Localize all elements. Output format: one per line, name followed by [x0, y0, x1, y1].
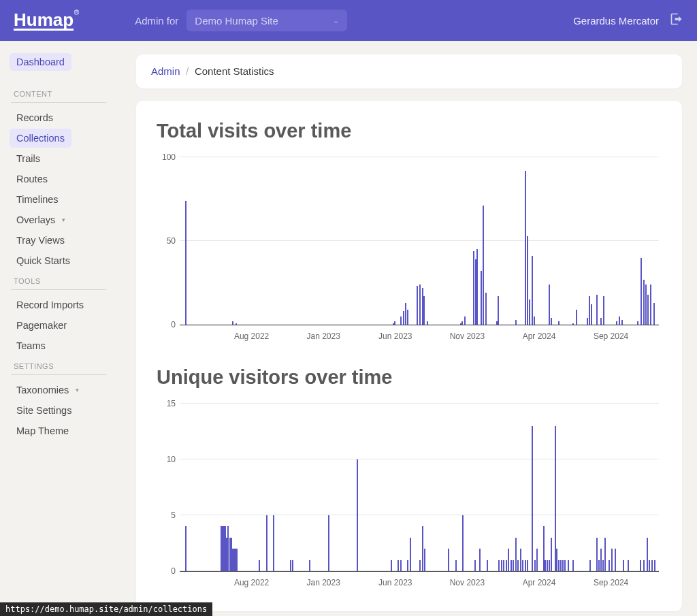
bar	[405, 303, 406, 325]
bar	[398, 560, 399, 571]
sidebar-item-overlays[interactable]: Overlays ▼	[10, 210, 120, 229]
breadcrumb-root-link[interactable]: Admin	[151, 65, 180, 77]
bar	[403, 311, 404, 325]
grid-line	[180, 515, 659, 515]
site-select[interactable]: Demo Humap Site ⌄	[187, 10, 347, 31]
sidebar-item-taxonomies[interactable]: Taxonomies ▼	[10, 380, 120, 400]
bar	[419, 285, 421, 325]
breadcrumb-separator: /	[186, 65, 189, 77]
bar	[589, 560, 591, 571]
bar	[623, 560, 624, 571]
bar	[616, 321, 617, 325]
bar	[596, 295, 598, 325]
chart-title: Unique visitors over time	[157, 366, 662, 389]
sidebar-item-records[interactable]: Records	[10, 108, 120, 127]
bar	[532, 426, 533, 571]
dropdown-caret-icon: ▼	[74, 387, 80, 393]
bar	[641, 258, 642, 325]
x-tick-label: Apr 2024	[523, 331, 556, 341]
bar	[619, 317, 620, 325]
sidebar: Dashboard CONTENTRecordsCollectionsTrail…	[0, 41, 129, 616]
username-label[interactable]: Gerardus Mercator	[573, 15, 659, 27]
bar	[549, 285, 550, 325]
bar	[520, 549, 521, 571]
x-tick-label: Aug 2022	[234, 578, 269, 587]
chart-0: 050100Aug 2022Jan 2023Jun 2023Nov 2023Ap…	[157, 152, 662, 346]
sidebar-item-site-settings[interactable]: Site Settings	[10, 401, 120, 420]
bar	[532, 256, 533, 325]
sidebar-item-tray-views[interactable]: Tray Views	[10, 231, 120, 250]
bar	[589, 296, 590, 325]
sidebar-item-timelines[interactable]: Timelines	[10, 190, 120, 209]
bar	[498, 296, 499, 325]
x-tick-label: Sep 2024	[594, 578, 628, 587]
bar	[475, 259, 476, 325]
breadcrumb-current: Content Statistics	[195, 65, 274, 77]
sidebar-item-pagemaker[interactable]: Pagemaker	[10, 316, 120, 335]
bar	[309, 560, 310, 571]
bar	[515, 320, 517, 325]
x-tick-label: Aug 2022	[234, 331, 269, 341]
bar	[602, 560, 604, 571]
sidebar-item-dashboard[interactable]: Dashboard	[10, 53, 71, 71]
bar	[534, 317, 535, 325]
bar	[427, 321, 428, 325]
bar	[609, 560, 610, 571]
grid-line	[180, 157, 659, 157]
x-tick-label: Apr 2024	[523, 578, 556, 587]
bar	[473, 251, 474, 325]
bar	[560, 560, 562, 571]
bar	[515, 538, 517, 571]
bar	[643, 560, 645, 571]
bar	[357, 459, 358, 571]
bar	[506, 560, 507, 571]
sidebar-item-teams[interactable]: Teams	[10, 336, 120, 355]
sidebar-item-record-imports[interactable]: Record Imports	[10, 295, 120, 314]
sidebar-item-routes[interactable]: Routes	[10, 169, 120, 189]
bar	[517, 560, 519, 571]
bar	[410, 538, 411, 571]
bar	[568, 560, 569, 571]
bar	[654, 560, 655, 571]
sidebar-item-quick-starts[interactable]: Quick Starts	[10, 251, 120, 270]
charts-card: Total visits over time050100Aug 2022Jan …	[136, 101, 682, 611]
bar	[558, 321, 560, 325]
bar	[328, 515, 329, 571]
y-tick-label: 0	[157, 566, 176, 576]
bar	[643, 280, 645, 325]
bar	[510, 560, 512, 571]
bar	[487, 560, 488, 571]
bar	[603, 296, 604, 325]
bar	[483, 206, 484, 325]
bar	[290, 560, 291, 571]
bar	[650, 285, 651, 325]
bar	[236, 323, 237, 325]
bar	[394, 321, 395, 325]
bar	[555, 426, 556, 571]
x-tick-label: Nov 2023	[450, 578, 485, 587]
sidebar-item-trails[interactable]: Trails	[10, 149, 120, 168]
sidebar-item-collections[interactable]: Collections	[10, 129, 71, 148]
bar	[653, 303, 655, 325]
bar	[391, 560, 392, 571]
x-tick-label: Jun 2023	[378, 331, 412, 341]
bar	[259, 560, 260, 571]
sidebar-section-label: CONTENT	[11, 84, 106, 103]
grid-line	[180, 403, 659, 404]
brand-logo[interactable]: Humap®	[14, 11, 74, 31]
bar	[611, 549, 613, 571]
bar	[232, 321, 233, 325]
bar	[423, 296, 425, 325]
y-tick-label: 50	[157, 236, 176, 246]
logout-icon[interactable]	[670, 12, 683, 29]
bar	[640, 560, 641, 571]
x-tick-label: Jun 2023	[378, 578, 412, 587]
bar	[422, 526, 423, 571]
bar	[600, 549, 602, 571]
bar	[572, 323, 574, 325]
sidebar-item-map-theme[interactable]: Map Theme	[10, 421, 120, 440]
bar	[273, 515, 274, 571]
bar	[536, 549, 538, 571]
bar	[417, 286, 418, 325]
bar	[527, 560, 528, 571]
